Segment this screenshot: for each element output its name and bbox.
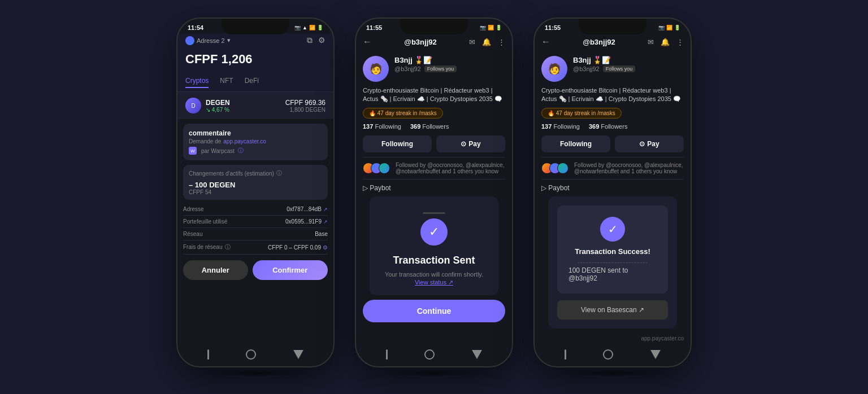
success-box: ✓ Transaction Success! 100 DEGEN sent to… bbox=[557, 205, 668, 294]
mail-icon-p2[interactable]: ✉ bbox=[469, 38, 475, 46]
topbar-username-p2: @b3njj92 bbox=[404, 38, 436, 46]
app-url-p3: app.paycaster.co bbox=[535, 333, 691, 344]
status-bar-p2: 11:55 📷 📶 🔋 bbox=[356, 19, 512, 33]
asset-value: CFPF 969.36 bbox=[285, 99, 326, 107]
profile-section-p2: 🧑 B3njj 🎖️📝 @b3njj92 Follows you bbox=[356, 51, 512, 157]
dashed-line bbox=[578, 262, 648, 263]
paybot-title-p2: ▷ Paybot bbox=[363, 184, 505, 192]
action-row-p2: Following ⊙ Pay bbox=[363, 135, 505, 152]
nav-home-icon-p3[interactable] bbox=[603, 349, 613, 360]
detail-network: Réseau Base bbox=[183, 228, 328, 240]
avatar-p3: 🧑 bbox=[541, 56, 567, 82]
nav-menu-icon-p2[interactable] bbox=[386, 349, 388, 360]
display-name-p2: B3njj 🎖️📝 bbox=[394, 56, 505, 64]
tx-link-p2[interactable]: View status ↗ bbox=[415, 279, 453, 286]
tab-cryptos[interactable]: Cryptos bbox=[185, 77, 209, 88]
fee-info-icon: ⓘ bbox=[225, 244, 231, 250]
warpcast-icon: W bbox=[189, 147, 197, 155]
back-button-p3[interactable]: ← bbox=[541, 37, 550, 47]
warpcast-label: par Warpcast bbox=[201, 148, 235, 154]
address-link-icon[interactable]: ↗ bbox=[323, 207, 328, 212]
comment-card: commentaire Demande de app.paycaster.co … bbox=[183, 124, 328, 160]
bell-icon-p2[interactable]: 🔔 bbox=[482, 38, 491, 46]
change-sub: CFPF 54 bbox=[189, 189, 322, 195]
nav-back-icon-p3[interactable] bbox=[650, 350, 661, 359]
tab-nft[interactable]: NFT bbox=[220, 77, 233, 88]
profile-topbar-p3: ← @b3njj92 ✉ 🔔 ⋮ bbox=[535, 33, 691, 51]
wallet-link-icon[interactable]: ↗ bbox=[323, 219, 328, 225]
paybot-section-p3: ▷ Paybot ✓ Transaction Success! 100 DEGE… bbox=[535, 180, 691, 333]
back-button-p2[interactable]: ← bbox=[363, 37, 372, 47]
warpcast-verified-icon: ⓘ bbox=[238, 147, 244, 155]
profile-section-p3: 🧑 B3njj 🎖️📝 @b3njj92 Follows you bbox=[535, 51, 691, 157]
copy-icon[interactable]: ⧉ bbox=[307, 36, 313, 45]
asset-tabs: Cryptos NFT DeFi bbox=[177, 73, 333, 92]
pay-button-p2[interactable]: ⊙ Pay bbox=[436, 135, 505, 152]
header-icons: ⧉ ⚙ bbox=[307, 36, 326, 45]
continue-button-p2[interactable]: Continue bbox=[363, 300, 505, 322]
paycaster-link[interactable]: app.paycaster.co bbox=[223, 138, 266, 145]
detail-rows: Adresse 0xf787...84dB ↗ Portefeuille uti… bbox=[183, 203, 328, 255]
action-buttons: Annuler Confirmer bbox=[183, 260, 328, 280]
nav-home-icon-p2[interactable] bbox=[424, 349, 435, 360]
asset-amount: 1,800 DEGEN bbox=[285, 107, 326, 113]
mail-icon-p3[interactable]: ✉ bbox=[648, 38, 654, 46]
mutual-text-p2: Followed by @oocronosoo, @alexpaulnice, … bbox=[396, 162, 505, 174]
mutual-row-p2: Followed by @oocronosoo, @alexpaulnice, … bbox=[356, 157, 512, 179]
address-selector[interactable]: Adresse 2 ▾ bbox=[185, 36, 231, 45]
detail-fees: Frais de réseau ⓘ CFPF 0 – CFPF 0.09 ⚙ bbox=[183, 240, 328, 255]
handle-p2: @b3njj92 bbox=[394, 65, 421, 72]
followers-stat-p2[interactable]: 369 Followers bbox=[410, 123, 449, 130]
status-time-p2: 11:55 bbox=[366, 24, 382, 31]
mutual-avatar-3-p3 bbox=[557, 163, 568, 174]
streak-badge-p3: 🔥 47 day streak in /masks bbox=[541, 108, 622, 119]
asset-icon: D bbox=[185, 98, 201, 113]
following-stat-p2[interactable]: 137 Following bbox=[363, 123, 401, 130]
paybot-title-p3: ▷ Paybot bbox=[541, 184, 684, 192]
nav-menu-icon[interactable] bbox=[207, 349, 209, 360]
bell-icon-p3[interactable]: 🔔 bbox=[661, 38, 670, 46]
balance-amount: CFPF 1,206 bbox=[185, 52, 326, 67]
following-button-p2[interactable]: Following bbox=[363, 135, 432, 152]
followers-stat-p3[interactable]: 369 Followers bbox=[589, 123, 628, 130]
handle-p3: @b3njj92 bbox=[573, 65, 600, 72]
comment-title: commentaire bbox=[189, 129, 322, 137]
nav-back-icon-p2[interactable] bbox=[472, 350, 482, 359]
nav-home-icon[interactable] bbox=[246, 349, 256, 360]
more-icon-p3[interactable]: ⋮ bbox=[676, 38, 684, 46]
transaction-sent-card: ✓ Transaction Sent Your transaction will… bbox=[370, 196, 498, 295]
display-name-p3: B3njj 🎖️📝 bbox=[573, 56, 684, 64]
pay-button-p3[interactable]: ⊙ Pay bbox=[615, 135, 684, 152]
bio-p2: Crypto-enthousiaste Bitcoin | Rédacteur … bbox=[363, 86, 505, 104]
tab-defi[interactable]: DeFi bbox=[245, 77, 259, 88]
basescan-button-p3[interactable]: View on Basescan ↗ bbox=[557, 300, 668, 319]
avatar-p2: 🧑 bbox=[363, 56, 389, 82]
wallet-balance: CFPF 1,206 bbox=[177, 50, 333, 73]
asset-row[interactable]: D DEGEN ↘ 4,67 % CFPF 969.36 1,800 DEGEN bbox=[177, 92, 333, 119]
check-circle-p3: ✓ bbox=[600, 217, 625, 242]
follows-you-badge-p2: Follows you bbox=[424, 65, 457, 72]
bio-p3: Crypto-enthousiaste Bitcoin | Rédacteur … bbox=[541, 86, 684, 104]
scroll-indicator bbox=[423, 212, 445, 214]
status-icons-p2: 📷 📶 🔋 bbox=[480, 25, 502, 30]
settings-icon[interactable]: ⚙ bbox=[318, 36, 326, 45]
cancel-button[interactable]: Annuler bbox=[183, 260, 248, 280]
nav-menu-icon-p3[interactable] bbox=[565, 349, 566, 360]
chevron-down-icon: ▾ bbox=[227, 37, 231, 44]
following-stat-p3[interactable]: 137 Following bbox=[541, 123, 580, 130]
address-label: Adresse 2 bbox=[197, 37, 225, 44]
fee-settings-icon[interactable]: ⚙ bbox=[323, 244, 328, 251]
tx-title-p2: Transaction Sent bbox=[393, 255, 475, 266]
following-button-p3[interactable]: Following bbox=[541, 135, 610, 152]
status-icons-p1: 📷 ▲ 📶 🔋 bbox=[294, 25, 323, 30]
more-icon-p2[interactable]: ⋮ bbox=[498, 38, 505, 46]
info-icon: ⓘ bbox=[276, 169, 282, 177]
confirm-button[interactable]: Confirmer bbox=[253, 260, 328, 280]
status-icons-p3: 📷 📶 🔋 bbox=[658, 25, 680, 30]
topbar-username-p3: @b3njj92 bbox=[583, 38, 615, 46]
bottom-nav-p2 bbox=[356, 345, 512, 366]
nav-back-icon[interactable] bbox=[293, 350, 303, 359]
comment-sub: Demande de app.paycaster.co bbox=[189, 138, 322, 145]
mutual-avatar-3 bbox=[379, 163, 390, 174]
pay-icon-p2: ⊙ bbox=[461, 140, 466, 148]
